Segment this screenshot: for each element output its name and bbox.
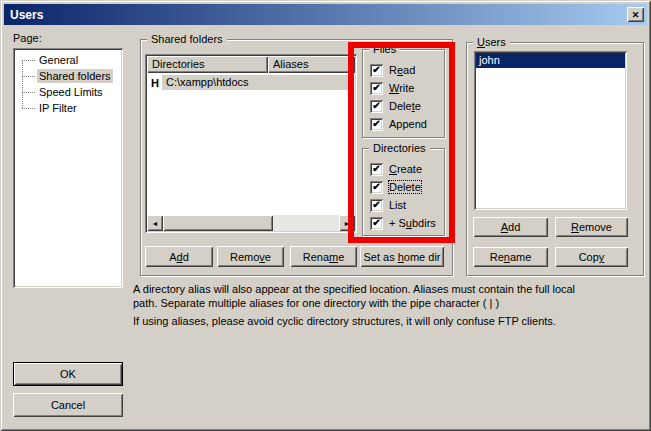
checkbox-label: List: [389, 199, 406, 211]
tree-stub-icon: [22, 60, 35, 61]
users-listbox[interactable]: [474, 51, 627, 210]
checkbox-box: ✔: [370, 181, 383, 194]
checkbox-label: Delete: [389, 181, 421, 193]
check-icon: ✔: [372, 162, 380, 175]
directories-group-label: Directories: [369, 141, 430, 155]
users-dialog: Users ✕ Page: General Shared folders Spe…: [0, 0, 651, 431]
check-icon: ✔: [372, 198, 380, 211]
checkbox-files-write[interactable]: ✔ Write: [370, 81, 414, 95]
button-label: dd: [508, 221, 520, 233]
button-label: Rena: [303, 251, 329, 263]
button-label: Cop: [579, 251, 599, 263]
check-icon: ✔: [372, 216, 380, 229]
tree-item-speed-limits[interactable]: Speed Limits: [13, 84, 123, 100]
scrollbar-thumb[interactable]: [163, 215, 273, 231]
titlebar[interactable]: Users ✕: [4, 4, 647, 25]
tree-item-shared-folders[interactable]: Shared folders: [13, 68, 123, 84]
user-row-john[interactable]: john: [476, 53, 625, 68]
tree-item-ip-filter[interactable]: IP Filter: [13, 100, 123, 116]
checkbox-label: Append: [389, 118, 427, 130]
ok-button[interactable]: OK: [13, 362, 123, 386]
scrollbar-track[interactable]: [273, 215, 339, 231]
tree-item-label[interactable]: IP Filter: [37, 101, 79, 115]
checkbox-box: ✔: [370, 100, 383, 113]
help-text-line1: A directory alias will also appear at th…: [133, 283, 575, 295]
cancel-button[interactable]: Cancel: [13, 393, 123, 417]
remove-folder-button[interactable]: Remove: [217, 246, 284, 267]
checkbox-files-delete[interactable]: ✔ Delete: [370, 99, 421, 113]
column-header-aliases[interactable]: Aliases: [268, 56, 355, 73]
page-label: Page:: [13, 32, 42, 44]
checkbox-box: ✔: [370, 64, 383, 77]
button-label: Set as: [363, 251, 397, 263]
button-label: m: [329, 251, 338, 263]
checkbox-box: ✔: [370, 82, 383, 95]
tree-item-general[interactable]: General: [13, 52, 123, 68]
users-group-label: Users: [473, 35, 510, 49]
tree-stub-icon: [22, 92, 35, 93]
button-label: emove: [579, 221, 612, 233]
close-button[interactable]: ✕: [627, 7, 644, 22]
remove-user-button[interactable]: Remove: [555, 217, 628, 237]
close-icon: ✕: [632, 10, 640, 20]
button-label: Remo: [230, 251, 259, 263]
rename-user-button[interactable]: Rename: [473, 247, 548, 267]
copy-user-button[interactable]: Copy: [555, 247, 628, 267]
checkbox-box: ✔: [370, 217, 383, 230]
checkbox-files-append[interactable]: ✔ Append: [370, 117, 427, 131]
set-as-home-dir-button[interactable]: Set as home dir: [360, 246, 444, 267]
checkbox-label: Create: [389, 163, 422, 175]
shared-folders-group-label: Shared folders: [147, 32, 227, 46]
tree-stub-icon: [22, 108, 35, 109]
horizontal-scrollbar[interactable]: ◄ ►: [147, 215, 355, 231]
scroll-left-icon: ◄: [152, 220, 159, 227]
checkbox-dirs-list[interactable]: ✔ List: [370, 198, 406, 212]
button-label: e: [265, 251, 271, 263]
help-text-line2: path. Separate multiple aliases for one …: [133, 297, 499, 309]
checkbox-box: ✔: [370, 199, 383, 212]
directory-row[interactable]: H C:\xampp\htdocs: [148, 75, 351, 90]
scroll-right-icon: ►: [344, 220, 351, 227]
button-label: ame: [510, 251, 531, 263]
checkbox-label: Delete: [389, 100, 421, 112]
tree-item-label[interactable]: Speed Limits: [37, 85, 105, 99]
checkbox-files-read[interactable]: ✔ Read: [370, 63, 415, 77]
help-text-line3: If using aliases, please avoid cyclic di…: [133, 315, 556, 327]
page-tree[interactable]: General Shared folders Speed Limits IP F…: [13, 48, 123, 288]
add-folder-button[interactable]: Add: [145, 246, 213, 267]
checkbox-label: Write: [389, 82, 414, 94]
tree-item-label[interactable]: General: [37, 53, 80, 67]
directory-path[interactable]: C:\xampp\htdocs: [162, 75, 351, 90]
checkbox-label: Read: [389, 64, 415, 76]
checkbox-dirs-create[interactable]: ✔ Create: [370, 162, 422, 176]
check-icon: ✔: [372, 81, 380, 94]
button-label: e: [338, 251, 344, 263]
home-dir-marker: H: [148, 77, 162, 89]
column-header-directories[interactable]: Directories: [147, 56, 268, 73]
button-label: A: [169, 251, 176, 263]
checkbox-dirs-delete[interactable]: ✔ Delete: [370, 180, 421, 194]
check-icon: ✔: [372, 99, 380, 112]
check-icon: ✔: [372, 63, 380, 76]
window-title: Users: [4, 8, 43, 22]
check-icon: ✔: [372, 180, 380, 193]
button-label: d: [183, 251, 189, 263]
checkbox-box: ✔: [370, 118, 383, 131]
checkbox-box: ✔: [370, 163, 383, 176]
add-user-button[interactable]: Add: [473, 217, 548, 237]
listview-header: Directories Aliases: [147, 56, 355, 73]
checkbox-label: + Subdirs: [389, 217, 436, 229]
button-label: y: [599, 251, 605, 263]
rename-folder-button[interactable]: Rename: [290, 246, 357, 267]
button-label: ome dir: [404, 251, 441, 263]
files-group-label: Files: [369, 42, 400, 56]
scroll-left-button[interactable]: ◄: [147, 215, 163, 231]
button-label: R: [571, 221, 579, 233]
tree-stub-icon: [22, 76, 35, 77]
tree-item-label[interactable]: Shared folders: [37, 69, 113, 83]
check-icon: ✔: [372, 117, 380, 130]
scroll-right-button[interactable]: ►: [339, 215, 355, 231]
checkbox-dirs-subdirs[interactable]: ✔ + Subdirs: [370, 216, 436, 230]
button-label: A: [501, 221, 508, 233]
button-label: Re: [490, 251, 504, 263]
